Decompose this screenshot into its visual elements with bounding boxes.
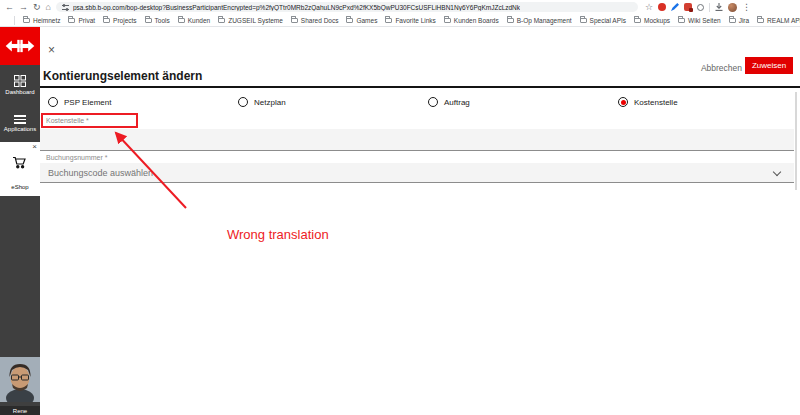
sidebar-item-label: Dashboard — [5, 89, 34, 95]
folder-icon — [291, 18, 298, 23]
dashboard-icon — [14, 75, 26, 87]
folder-icon — [103, 18, 110, 23]
submit-button[interactable]: Zuweisen — [745, 57, 793, 74]
folder-icon — [444, 18, 451, 23]
user-profile[interactable]: Rene — [0, 357, 40, 415]
bookmark-folder-kunden-boards[interactable]: Kunden Boards — [444, 17, 499, 24]
ring-extension-icon[interactable] — [697, 4, 704, 11]
bookmark-folder-shared-docs[interactable]: Shared Docs — [291, 17, 339, 24]
cancel-button[interactable]: Abbrechen — [701, 63, 742, 73]
screenshot-root: ← → ↻ ⌂ psa.sbb.b-op.com/bop-desktop?Bus… — [0, 0, 800, 415]
browser-toolbar: ← → ↻ ⌂ psa.sbb.b-op.com/bop-desktop?Bus… — [0, 0, 800, 14]
folder-icon — [678, 18, 685, 23]
address-bar[interactable]: psa.sbb.b-op.com/bop-desktop?BusinessPar… — [56, 2, 638, 12]
kostenstelle-field-label: Kostenstelle * — [46, 117, 89, 124]
url-text: psa.sbb.b-op.com/bop-desktop?BusinessPar… — [73, 4, 520, 11]
radio-kostenstelle[interactable]: Kostenstelle — [618, 97, 678, 107]
dialog-scrollbar[interactable] — [795, 92, 797, 190]
bookmarks-bar: Heimnetz Privat Projects Tools Kunden ZU… — [0, 14, 800, 27]
bookmark-folder-games[interactable]: Games — [346, 17, 377, 24]
bookmark-folder-special-apis[interactable]: Special APIs — [580, 17, 627, 24]
kostenstelle-input-field[interactable] — [40, 129, 794, 151]
eshop-close-icon[interactable]: × — [32, 143, 37, 151]
bookmarks-divider — [14, 16, 15, 25]
sidebar-item-eshop-active[interactable]: × eShop — [0, 142, 40, 196]
red-extension-icon[interactable] — [658, 3, 666, 11]
toolbar-divider — [709, 3, 710, 12]
back-icon[interactable]: ← — [5, 3, 14, 12]
dialog-close-icon[interactable]: × — [48, 44, 55, 56]
radio-psp-element[interactable]: PSP Element — [48, 97, 111, 107]
pen-extension-icon[interactable] — [671, 3, 679, 11]
radio-circle-icon — [238, 97, 248, 107]
radio-auftrag[interactable]: Auftrag — [428, 97, 470, 107]
buchungscode-select[interactable]: Buchungscode auswählen — [40, 163, 794, 183]
folder-icon — [729, 18, 736, 23]
site-info-icon[interactable] — [62, 4, 69, 11]
forward-icon[interactable]: → — [19, 3, 28, 12]
sidebar-item-applications[interactable]: Applications — [0, 115, 40, 132]
account-type-radio-group: PSP Element Netzplan Auftrag Kostenstell… — [40, 97, 800, 113]
reload-icon[interactable]: ↻ — [33, 3, 41, 12]
folder-icon — [23, 18, 30, 23]
sidebar-item-dashboard[interactable]: Dashboard — [0, 75, 40, 95]
bookmark-folder-jira[interactable]: Jira — [729, 17, 749, 24]
buchungscode-placeholder: Buchungscode auswählen — [48, 168, 153, 178]
title-divider — [40, 86, 800, 88]
app-sidebar: Dashboard Applications × eShop Rene — [0, 27, 40, 415]
home-icon[interactable]: ⌂ — [46, 3, 51, 12]
folder-icon — [145, 18, 152, 23]
bookmark-folder-tools[interactable]: Tools — [145, 17, 170, 24]
folder-icon — [385, 18, 392, 23]
applications-menu-icon — [14, 115, 26, 124]
bookmark-folder-kunden[interactable]: Kunden — [178, 17, 210, 24]
bookmark-star-icon[interactable]: ☆ — [645, 3, 653, 12]
folder-icon — [178, 18, 185, 23]
bookmark-folder-zugseil[interactable]: ZUGSEIL Systeme — [218, 17, 283, 24]
radio-circle-selected-icon — [618, 97, 628, 107]
annotation-text: Wrong translation — [227, 227, 329, 242]
radio-netzplan[interactable]: Netzplan — [238, 97, 286, 107]
radio-circle-icon — [48, 97, 58, 107]
profile-avatar-icon[interactable] — [728, 3, 737, 12]
bookmark-folder-bop-management[interactable]: B-Op Management — [507, 17, 572, 24]
radio-circle-icon — [428, 97, 438, 107]
folder-icon — [580, 18, 587, 23]
bookmark-folder-mockups[interactable]: Mockups — [634, 17, 670, 24]
folder-icon — [634, 18, 641, 23]
download-icon[interactable] — [715, 3, 723, 11]
folder-icon — [346, 18, 353, 23]
kontierungselement-dialog: × Kontierungselement ändern Abbrechen Zu… — [40, 27, 800, 415]
chevron-down-icon — [773, 168, 781, 176]
buchungsnummer-field-label: Buchungsnummer * — [46, 154, 107, 161]
bookmark-folder-favorite-links[interactable]: Favorite Links — [385, 17, 435, 24]
cart-icon — [12, 156, 27, 169]
bookmark-folder-realm-apps[interactable]: REALM APPS — [757, 17, 800, 24]
folder-icon — [68, 18, 75, 23]
sidebar-item-label: eShop — [0, 184, 40, 190]
folder-icon — [507, 18, 514, 23]
sbb-logo[interactable] — [0, 27, 40, 65]
sbb-double-arrow-icon — [5, 37, 35, 55]
user-name-label: Rene — [0, 406, 40, 415]
bookmark-folder-privat[interactable]: Privat — [68, 17, 95, 24]
kostenstelle-input[interactable] — [40, 130, 794, 151]
bookmark-folder-wiki-seiten[interactable]: Wiki Seiten — [678, 17, 721, 24]
user-avatar-photo — [0, 357, 40, 402]
folder-icon — [757, 18, 764, 23]
folder-icon — [218, 18, 225, 23]
dialog-title: Kontierungselement ändern — [43, 69, 202, 83]
bookmark-folder-heimnetz[interactable]: Heimnetz — [23, 17, 60, 24]
browser-menu-icon[interactable]: ⋮ — [742, 3, 751, 12]
bookmark-folder-projects[interactable]: Projects — [103, 17, 136, 24]
sidebar-item-label: Applications — [4, 126, 36, 132]
badge-extension-icon[interactable] — [684, 3, 692, 11]
